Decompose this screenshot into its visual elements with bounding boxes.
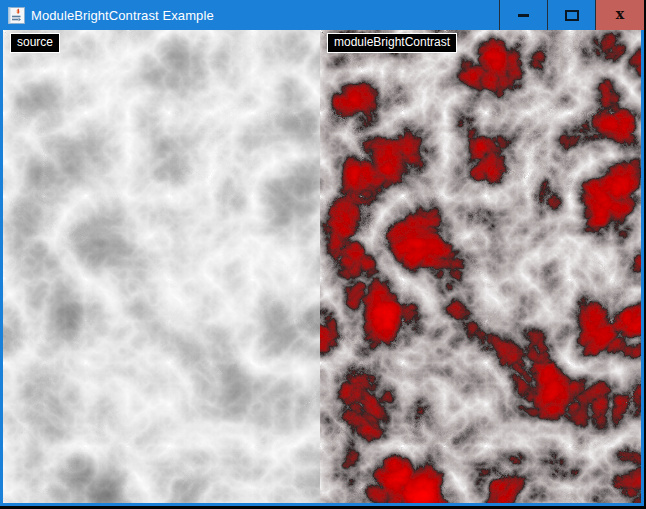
minimize-button[interactable] [499, 0, 547, 30]
maximize-icon [565, 10, 579, 21]
screen: ModuleBrightContrast Example x source [0, 0, 646, 509]
close-icon: x [616, 7, 624, 21]
brightcontrast-noise-image [320, 30, 641, 503]
close-button[interactable]: x [595, 0, 644, 30]
java-app-icon[interactable] [8, 7, 25, 24]
app-window: ModuleBrightContrast Example x source [0, 0, 644, 506]
window-controls: x [499, 0, 644, 30]
source-label: source [10, 33, 60, 53]
source-noise-image [3, 30, 320, 503]
minimize-icon [518, 14, 529, 17]
content-area: source moduleBrightContrast [3, 30, 641, 503]
coffee-steam-inner-icon [17, 10, 18, 12]
window-title: ModuleBrightContrast Example [31, 8, 499, 23]
brightcontrast-image-panel: moduleBrightContrast [320, 30, 641, 503]
maximize-button[interactable] [547, 0, 595, 30]
source-image-panel: source [3, 30, 320, 503]
brightcontrast-label: moduleBrightContrast [327, 33, 457, 53]
title-bar[interactable]: ModuleBrightContrast Example x [0, 0, 644, 30]
